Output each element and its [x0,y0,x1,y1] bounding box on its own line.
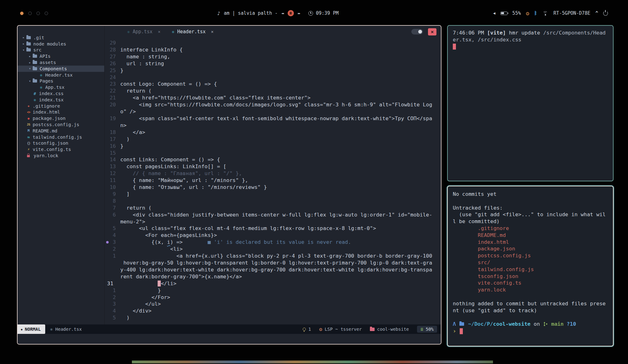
tree-item-Pages[interactable]: ▾Pages [18,78,104,84]
git-terminal-window[interactable]: No commits yetUntracked files: (use "git… [447,186,614,346]
close-button[interactable]: × [428,28,436,35]
code-row: 5 <ul class="flex flex-col mt-4 font-med… [105,225,441,232]
power-icon[interactable] [603,11,608,16]
statusline-right: 1 ⚙ LSP ~ tsserver cool-website ≡ 50% [303,326,441,333]
wallpaper-edge-right [623,28,628,346]
project-status: cool-website [370,327,409,332]
command-line [18,334,441,344]
terminal-line: tsconfig.json [453,273,608,280]
workspace-dot-1[interactable] [20,12,24,15]
tree-item-label: assets [40,60,56,65]
terminal-line: nothing added to commit but untracked fi… [453,300,608,307]
react-icon: ⚛ [38,72,44,78]
mode-indicator: ◆ NORMAL [18,324,45,334]
tree-item-Components[interactable]: ▾Components [18,66,104,72]
tab-bar: ⚛App.tsx×⚛Header.tsx× × [105,26,441,38]
toggle-switch[interactable] [411,29,423,35]
bluetooth-icon[interactable]: ᛒ [534,10,537,16]
code-row: n> [105,122,441,129]
tree-item-label: node_modules [33,41,66,46]
code-row: 25} [105,67,441,74]
file-tree: ▸.git▸node_modules▾src▸APIs▸assets▾Compo… [18,26,105,324]
tree-item-.gitignore[interactable]: ◆.gitignore [18,103,104,109]
md-icon: M [26,129,31,133]
code-row: 7 return ( [105,205,441,211]
code-row: 12 // { name : "Главная", url : "/" }, [105,170,441,177]
folder-icon [26,48,31,51]
code-row: 18 </a> [105,129,441,136]
tree-item-tailwind.config.js[interactable]: ≈tailwind.config.js [18,134,104,140]
previous-track-icon[interactable]: ◂◂ [281,11,284,15]
workspace-dot-2[interactable] [28,12,32,15]
tab-App.tsx[interactable]: ⚛App.tsx× [122,26,166,38]
terminal-line [453,198,608,205]
vite-terminal-window[interactable]: 7:46:06 PM [vite] hmr update /src/Compon… [447,25,614,181]
react-icon: ⚛ [32,97,38,102]
code-row: y-400 lg:dark:hover:text-white dark:hove… [105,266,441,273]
tree-item-label: .git [33,35,44,40]
music-widget[interactable]: ♪ am | salvia palth - ◂◂ ▸▸ [217,10,301,16]
code-row: rent dark:border-gray-700">{x.name}</a> [105,273,441,280]
tab-close-icon[interactable]: × [158,29,160,34]
workspace-dot-3[interactable] [36,12,40,15]
chevron-down-icon: ▾ [21,48,26,52]
wifi-icon[interactable] [542,11,549,15]
tree-item-label: index.tsx [39,97,64,102]
now-playing-label: am | salvia palth - [224,10,278,16]
code-row: hover:bg-gray-50 lg:hover:bg-transparent… [105,260,441,266]
tree-item-tsconfig.json[interactable]: {}tsconfig.json [18,140,104,147]
chevron-up-icon[interactable]: ^ [595,10,598,16]
editor-window: ▸.git▸node_modules▾src▸APIs▸assets▾Compo… [17,25,441,345]
workspace-dot-4[interactable] [45,12,48,15]
clock-widget[interactable]: 09:39 PM [308,10,338,16]
filename-label: Header.tsx [55,327,82,332]
next-track-icon[interactable]: ▸▸ [297,11,300,15]
code-row: 10 { name: "Отзывы", url : "/minors/revi… [105,184,441,191]
volume-icon[interactable]: ◀ [493,11,495,15]
top-bar: ♪ am | salvia palth - ◂◂ ▸▸ 09:39 PM ◀ 5… [20,8,608,19]
terminal-line: 7:46:06 PM [vite] hmr update /src/Compon… [453,29,608,36]
tree-item-src[interactable]: ▾src [18,47,104,53]
tree-item-label: .gitignore [33,104,60,109]
tree-item-README.md[interactable]: MREADME.md [18,128,104,134]
tree-item-Header.tsx[interactable]: ⚛Header.tsx [18,72,104,78]
code-row: 31 </li> [105,280,441,287]
code-row: 2 <li> [105,246,441,253]
tree-item-label: index.css [39,91,64,96]
tab-bar-controls: × [411,28,436,35]
tree-item-postcss.config.js[interactable]: JSpostcss.config.js [18,121,104,128]
chevron-down-icon: ▾ [28,67,32,71]
tab-Header.tsx[interactable]: ⚛Header.tsx× [166,26,219,38]
terminal-line [453,293,608,300]
folder-icon [26,42,31,46]
tree-item-assets[interactable]: ▸assets [18,59,104,66]
tree-item-package.json[interactable]: ●package.json [18,115,104,121]
tree-item-vite.config.ts[interactable]: ⚡vite.config.ts [18,146,104,153]
code-row: 29 [105,40,441,46]
tree-item-yarn.lock[interactable]: yarn.lock [18,153,104,159]
tab-close-icon[interactable]: × [211,29,214,34]
code-row: 3 </ul> [105,301,441,308]
tree-item-index.css[interactable]: #index.css [18,90,104,97]
tree-item-node_modules[interactable]: ▸node_modules [18,41,104,47]
tree-item-label: tsconfig.json [33,141,68,146]
tree-item-label: tailwind.config.js [33,135,82,140]
css-icon: # [32,91,38,96]
code-row: 13 const pagesLinks: LinkInfo[] = [ [105,163,441,170]
settings-gear-icon[interactable]: ⚙ [526,10,529,17]
tree-item-index.html[interactable]: <>index.html [18,109,104,115]
react-icon: ⚛ [172,29,174,34]
tree-item-index.tsx[interactable]: ⚛index.tsx [18,97,104,103]
folder-small-icon [459,322,464,326]
terminal-line [453,43,608,50]
folder-icon [26,36,31,39]
tree-item-App.tsx[interactable]: ⚛App.tsx [18,84,104,90]
pause-button[interactable] [288,10,294,16]
code-area[interactable]: 2928interface LinkInfo {27 name : string… [105,38,441,324]
tree-item-APIs[interactable]: ▸APIs [18,53,104,59]
folder-icon [33,67,37,70]
code-row: 4 </div> [105,308,441,314]
tree-item-.git[interactable]: ▸.git [18,35,104,41]
battery-icon [501,12,507,15]
code-row: menu-2"> [105,218,441,225]
